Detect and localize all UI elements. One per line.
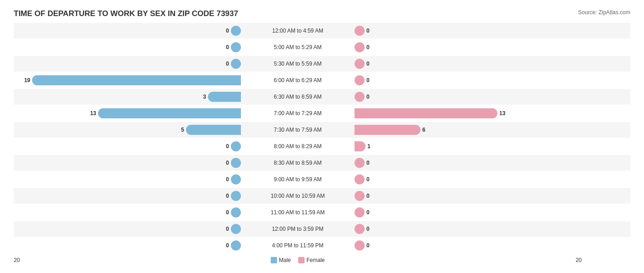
right-section: 0 [353, 191, 582, 201]
chart-row: 010:00 AM to 10:59 AM0 [14, 188, 630, 204]
male-bar [231, 158, 241, 168]
chart-row: 05:00 AM to 5:29 AM0 [14, 39, 630, 55]
left-section: 0 [14, 240, 243, 251]
female-value: 0 [366, 242, 376, 249]
right-section: 0 [353, 42, 582, 52]
left-section: 0 [14, 26, 243, 36]
chart-row: 011:00 AM to 11:59 AM0 [14, 205, 630, 220]
left-section: 13 [14, 108, 243, 118]
male-value: 0 [220, 193, 229, 199]
left-section: 0 [14, 42, 243, 52]
female-bar [355, 207, 365, 217]
time-label: 7:30 AM to 7:59 AM [243, 127, 353, 133]
male-bar [186, 125, 241, 135]
right-section: 0 [353, 75, 582, 85]
left-section: 0 [14, 158, 243, 168]
female-bar [355, 240, 365, 251]
chart-row: 012:00 AM to 4:59 AM0 [14, 23, 630, 39]
time-label: 5:00 AM to 5:29 AM [243, 44, 353, 50]
chart-title: TIME OF DEPARTURE TO WORK BY SEX IN ZIP … [14, 9, 630, 18]
male-bar [32, 75, 241, 85]
left-section: 19 [14, 75, 243, 85]
chart-row: 04:00 PM to 11:59 PM0 [14, 238, 630, 253]
male-bar [98, 108, 241, 118]
left-section: 0 [14, 59, 243, 69]
female-value: 0 [366, 209, 376, 216]
male-bar [231, 59, 241, 69]
left-section: 0 [14, 141, 243, 151]
right-section: 0 [353, 240, 582, 251]
left-section: 3 [14, 92, 243, 102]
male-bar [231, 174, 241, 184]
female-value: 0 [366, 77, 376, 84]
time-label: 9:00 AM to 9:59 AM [243, 176, 353, 183]
time-label: 7:00 AM to 7:29 AM [243, 110, 353, 117]
male-value: 0 [220, 160, 229, 166]
axis-left: 20 [14, 257, 243, 263]
right-section: 13 [353, 108, 582, 118]
right-section: 6 [353, 125, 582, 135]
legend-female-label: Female [306, 257, 325, 263]
time-label: 12:00 AM to 4:59 AM [243, 28, 353, 34]
left-section: 0 [14, 174, 243, 184]
female-value: 0 [366, 193, 376, 199]
male-value: 0 [220, 226, 229, 232]
time-label: 4:00 PM to 11:59 PM [243, 242, 353, 249]
bottom-axis: 20 Male Female 20 [14, 257, 630, 263]
female-value: 0 [366, 176, 376, 183]
legend-male: Male [271, 257, 291, 263]
time-label: 12:00 PM to 3:59 PM [243, 226, 353, 232]
female-bar [355, 174, 365, 184]
right-section: 0 [353, 174, 582, 184]
male-bar [231, 141, 241, 151]
time-label: 8:00 AM to 8:29 AM [243, 143, 353, 150]
time-label: 6:00 AM to 6:29 AM [243, 77, 353, 84]
female-bar [355, 224, 365, 234]
chart-row: 36:30 AM to 6:59 AM0 [14, 89, 630, 105]
female-bar [355, 191, 365, 201]
male-value: 0 [220, 176, 229, 183]
right-section: 1 [353, 141, 582, 151]
bars-area: 012:00 AM to 4:59 AM005:00 AM to 5:29 AM… [14, 23, 630, 253]
female-bar [355, 92, 365, 102]
male-value: 0 [220, 61, 229, 67]
chart-row: 09:00 AM to 9:59 AM0 [14, 172, 630, 187]
legend-female: Female [298, 257, 325, 263]
female-bar [355, 125, 420, 135]
time-label: 6:30 AM to 6:59 AM [243, 94, 353, 100]
time-label: 8:30 AM to 8:59 AM [243, 160, 353, 166]
chart-row: 57:30 AM to 7:59 AM6 [14, 122, 630, 138]
female-value: 1 [367, 143, 377, 150]
legend-female-box [298, 257, 305, 263]
female-bar [355, 26, 365, 36]
male-value: 0 [220, 242, 229, 249]
male-bar [231, 207, 241, 217]
female-bar [355, 141, 366, 151]
axis-right: 20 [353, 257, 582, 263]
male-bar [231, 42, 241, 52]
male-value: 13 [87, 110, 96, 117]
left-section: 5 [14, 125, 243, 135]
male-value: 3 [197, 94, 206, 100]
male-bar [208, 92, 241, 102]
female-bar [355, 75, 365, 85]
right-section: 0 [353, 59, 582, 69]
female-value: 0 [366, 160, 376, 166]
legend-male-box [271, 257, 277, 263]
female-value: 6 [422, 127, 431, 133]
female-value: 0 [366, 226, 376, 232]
legend: Male Female [243, 257, 353, 263]
female-bar [355, 59, 365, 69]
female-value: 0 [366, 94, 376, 100]
male-value: 0 [220, 44, 229, 50]
female-value: 0 [366, 44, 376, 50]
male-bar [231, 224, 241, 234]
chart-row: 196:00 AM to 6:29 AM0 [14, 72, 630, 88]
left-section: 0 [14, 224, 243, 234]
male-bar [231, 191, 241, 201]
female-bar [355, 158, 365, 168]
chart-row: 08:00 AM to 8:29 AM1 [14, 139, 630, 154]
female-bar [355, 42, 365, 52]
right-section: 0 [353, 92, 582, 102]
chart-row: 137:00 AM to 7:29 AM13 [14, 106, 630, 121]
